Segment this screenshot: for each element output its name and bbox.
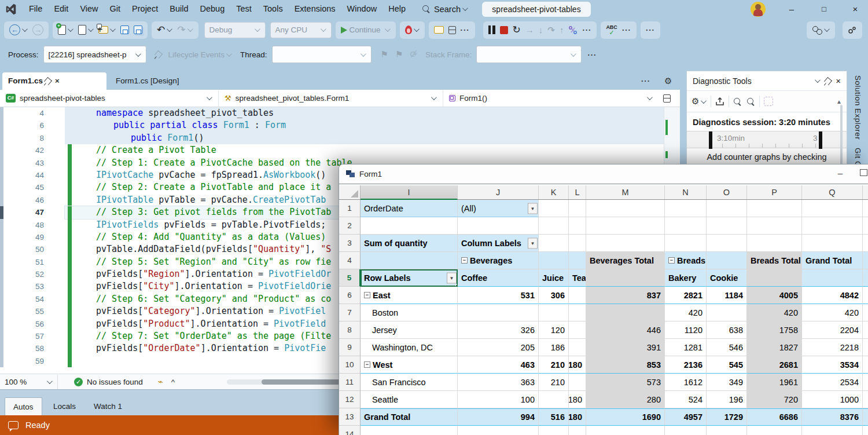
cell-I9[interactable]: Washington, DC [361,339,458,356]
find-in-files-button[interactable] [432,22,446,38]
menu-tools[interactable]: Tools [258,0,289,18]
stop-debugging-button[interactable] [498,22,510,38]
cell-P13[interactable]: 6686 [747,408,802,426]
filter-dropdown-icon[interactable]: ▼ [528,237,538,248]
cell-M6[interactable]: 837 [586,287,665,304]
cell-Q2[interactable] [802,217,863,235]
cell-O13[interactable]: 1729 [707,408,747,426]
cell-P7[interactable]: 420 [747,304,802,321]
cell-O6[interactable]: 1184 [707,287,747,304]
diagnostics-timeline-ruler[interactable]: 3:10min 3 [687,131,847,148]
cell-J7[interactable] [458,304,539,321]
column-header-J[interactable]: J [458,185,539,199]
continue-button[interactable]: Continue [336,21,396,39]
cell-M9[interactable]: 391 [586,339,665,356]
column-header-N[interactable]: N [665,185,707,199]
more-toolbars-button[interactable]: ··· [643,22,657,38]
cell-Q11[interactable]: 2534 [802,374,863,391]
cell-M7[interactable] [586,304,665,321]
cell-Q9[interactable]: 2218 [802,339,863,356]
cell-L1[interactable] [569,200,586,217]
cell-L9[interactable] [569,339,586,356]
column-header-O[interactable]: O [707,185,747,199]
cell-Q5[interactable] [802,269,863,287]
restart-button[interactable]: ↻ [510,22,523,38]
cell-O11[interactable]: 349 [707,374,747,391]
thread-dropdown[interactable] [272,46,372,63]
zoom-in-icon[interactable] [733,97,742,106]
cell-I5[interactable]: Row Labels▼ [361,269,458,287]
cell-L4[interactable] [569,252,586,269]
debug-overflow-button[interactable]: ··· [580,22,594,38]
collapse-icon[interactable]: − [364,292,370,298]
cell-M8[interactable]: 446 [586,321,665,339]
cell-I14[interactable] [361,426,458,435]
cell-Q1[interactable] [802,200,863,217]
row-header-12[interactable]: 12 [339,391,361,408]
cell-N7[interactable]: 420 [665,304,707,321]
row-header-14[interactable]: 14 [339,426,361,435]
code-line-8[interactable]: 8public Form1() [0,132,680,144]
menu-edit[interactable]: Edit [48,0,74,18]
cell-K3[interactable] [539,235,569,252]
cell-N10[interactable]: 2136 [665,356,707,374]
navigate-back-button[interactable]: ← [7,22,30,38]
hot-reload-button[interactable] [403,22,422,38]
zoom-out-icon[interactable] [746,97,755,106]
code-line-6[interactable]: 6public partial class Form1 : Form [0,119,680,131]
cell-O10[interactable]: 545 [707,356,747,374]
cell-Q4[interactable]: Grand Total [802,252,863,269]
feedback-bubble-icon[interactable] [8,421,19,429]
cell-K6[interactable]: 306 [539,287,569,304]
cell-N1[interactable] [665,200,707,217]
code-line-42[interactable]: 42// Create a Pivot Table [0,144,680,156]
cell-O14[interactable] [707,426,747,435]
panel-pin-icon[interactable] [824,76,832,85]
cell-N6[interactable]: 2821 [665,287,707,304]
cell-K12[interactable] [539,391,569,408]
cell-J5[interactable]: Coffee [458,269,539,287]
cell-K11[interactable]: 210 [539,374,569,391]
cell-K7[interactable] [539,304,569,321]
cell-P14[interactable] [747,426,802,435]
tab-locals[interactable]: Locals [45,397,84,415]
step-out-button[interactable]: ↷ [545,22,557,38]
cell-O12[interactable]: 196 [707,391,747,408]
user-avatar[interactable] [751,2,766,17]
filter-dropdown-icon[interactable]: ▼ [447,272,457,283]
cell-O4[interactable] [707,252,747,269]
export-icon[interactable] [715,97,724,106]
cell-P11[interactable]: 1961 [747,374,802,391]
cell-P1[interactable] [747,200,802,217]
window-layout-button[interactable] [446,22,458,38]
menu-help[interactable]: Help [382,0,411,18]
cell-L12[interactable]: 180 [569,391,586,408]
cell-N11[interactable]: 1612 [665,374,707,391]
split-editor-icon[interactable] [663,94,671,103]
cell-P6[interactable]: 4005 [747,287,802,304]
flag-icon[interactable]: ⚑ [377,49,392,60]
form1-maximize-button[interactable] [860,169,867,176]
redo-button[interactable]: ↷ [175,22,195,38]
column-header-K[interactable]: K [539,185,569,199]
cell-O1[interactable] [707,200,747,217]
issues-status[interactable]: No issues found [87,378,143,386]
cell-I3[interactable]: Sum of quantity [361,235,458,252]
row-header-7[interactable]: 7 [339,304,361,321]
save-all-button[interactable] [131,22,145,38]
cell-Q6[interactable]: 4842 [802,287,863,304]
cell-P5[interactable] [747,269,802,287]
cell-L13[interactable]: 180 [569,408,586,426]
cell-J14[interactable] [458,426,539,435]
cell-I11[interactable]: San Francisco [361,374,458,391]
cell-I10[interactable]: −West [361,356,458,374]
cell-K2[interactable] [539,217,569,235]
menu-extensions[interactable]: Extensions [289,0,341,18]
editor-settings-gear-icon[interactable]: ⚙ [664,76,672,86]
cell-M1[interactable] [586,200,665,217]
cell-L2[interactable] [569,217,586,235]
menu-project[interactable]: Project [126,0,164,18]
zoom-dropdown[interactable]: 100 % [0,375,58,389]
cell-L11[interactable] [569,374,586,391]
panel-options-chevron-icon[interactable] [815,77,821,83]
